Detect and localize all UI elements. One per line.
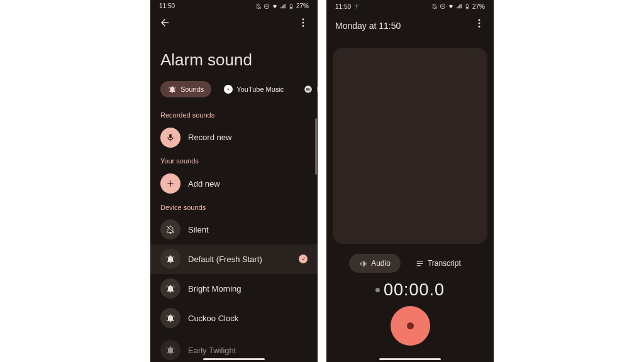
timer-row: 00:00.0	[326, 280, 494, 300]
sound-silent[interactable]: Silent	[150, 215, 318, 244]
svg-rect-4	[291, 7, 292, 8]
signal-icon	[456, 3, 462, 9]
svg-rect-13	[467, 7, 469, 8]
sound-default-label: Default (Fresh Start)	[188, 255, 291, 264]
app-bar	[150, 12, 318, 35]
tab-spotify-label: Spotify	[316, 85, 318, 93]
mic-icon	[160, 128, 180, 148]
section-recorded-sounds: Recorded sounds	[150, 106, 318, 123]
add-new-label: Add new	[188, 179, 308, 189]
psi-icon	[353, 3, 360, 9]
tab-sounds-label: Sounds	[180, 85, 204, 93]
wifi-icon	[448, 3, 454, 9]
svg-rect-3	[291, 4, 292, 4]
status-time: 11:50	[159, 3, 175, 9]
tab-transcript-label: Transcript	[428, 259, 461, 268]
dnd-off-icon	[431, 3, 438, 9]
view-segments: Audio Transcript	[326, 254, 494, 273]
dnd-off-icon	[255, 3, 262, 9]
sound-cuckoo[interactable]: Cuckoo Clock	[150, 304, 318, 333]
add-new-item[interactable]: Add new	[150, 168, 318, 198]
recording-title: Monday at 11:50	[335, 18, 411, 31]
status-time: 11:50	[335, 3, 351, 10]
home-indicator[interactable]	[379, 358, 441, 360]
back-button[interactable]	[159, 17, 170, 31]
screenshot-alarm-sound: 11:50 27% Alarm sound Sounds	[150, 0, 318, 362]
waveform-icon	[359, 260, 367, 268]
sound-silent-label: Silent	[188, 225, 308, 234]
svg-point-16	[479, 26, 480, 28]
sound-bright-morning-label: Bright Morning	[188, 284, 308, 293]
svg-point-6	[303, 21, 304, 23]
plus-icon	[160, 173, 180, 194]
scroll-indicator[interactable]	[315, 118, 317, 175]
back-arrow-icon	[159, 17, 170, 28]
do-not-disturb-icon	[264, 3, 270, 9]
bell-ring-icon	[160, 308, 180, 328]
bell-ring-icon	[160, 278, 180, 299]
record-dot-icon	[407, 322, 414, 329]
screenshot-recorder: 11:50 27% Monday at 11:50 Audio Transcri…	[326, 0, 494, 362]
bell-icon	[168, 85, 177, 94]
spotify-icon	[304, 85, 313, 94]
sound-bright-morning[interactable]: Bright Morning	[150, 274, 318, 304]
bell-ring-icon	[160, 249, 180, 269]
sound-cuckoo-label: Cuckoo Clock	[188, 314, 308, 323]
overflow-menu-button[interactable]	[474, 18, 485, 31]
source-chips: Sounds YouTube Music Spotify	[150, 81, 318, 106]
transcript-icon	[416, 260, 424, 268]
tab-spotify[interactable]: Spotify	[296, 81, 318, 97]
more-vert-icon	[474, 18, 485, 29]
svg-rect-12	[467, 4, 468, 4]
record-new-item[interactable]: Record new	[150, 123, 318, 152]
elapsed-time: 00:00.0	[384, 280, 445, 300]
record-new-label: Record new	[188, 133, 308, 142]
svg-point-8	[304, 86, 312, 94]
home-indicator[interactable]	[203, 358, 265, 360]
selected-check-icon	[299, 255, 308, 263]
svg-point-14	[479, 19, 480, 21]
section-your-sounds: Your sounds	[150, 152, 318, 168]
tab-audio[interactable]: Audio	[349, 254, 401, 273]
bell-ring-icon	[160, 340, 180, 360]
tab-audio-label: Audio	[371, 259, 391, 268]
sound-early-twilight-label: Early Twilight	[188, 346, 308, 355]
waveform-canvas	[333, 48, 487, 244]
battery-percent: 27%	[296, 3, 309, 9]
youtube-music-icon	[224, 85, 233, 94]
svg-point-15	[479, 23, 480, 25]
svg-rect-10	[441, 6, 444, 7]
wifi-icon	[272, 3, 278, 9]
page-title: Alarm sound	[150, 35, 318, 81]
tab-youtube-label: YouTube Music	[236, 85, 284, 93]
tab-youtube-music[interactable]: YouTube Music	[216, 81, 291, 97]
status-bar: 11:50 27%	[326, 0, 494, 13]
section-device-sounds: Device sounds	[150, 199, 318, 215]
record-status-dot-icon	[375, 288, 380, 292]
status-bar: 11:50 27%	[150, 0, 318, 12]
app-bar: Monday at 11:50	[326, 13, 494, 36]
sound-default[interactable]: Default (Fresh Start)	[150, 244, 318, 274]
record-button[interactable]	[391, 306, 430, 346]
status-icons: 27%	[255, 3, 309, 9]
bell-off-icon	[160, 219, 180, 239]
svg-point-7	[303, 25, 304, 27]
battery-icon	[288, 3, 294, 9]
battery-icon	[464, 3, 470, 9]
tab-transcript[interactable]: Transcript	[406, 254, 471, 273]
signal-icon	[280, 3, 286, 9]
svg-rect-1	[265, 6, 268, 6]
status-icons: 27%	[431, 3, 485, 10]
svg-point-5	[303, 18, 304, 20]
overflow-menu-button[interactable]	[297, 17, 309, 31]
do-not-disturb-icon	[440, 3, 446, 9]
battery-percent: 27%	[472, 3, 485, 10]
more-vert-icon	[297, 17, 309, 28]
tab-sounds[interactable]: Sounds	[160, 81, 211, 97]
